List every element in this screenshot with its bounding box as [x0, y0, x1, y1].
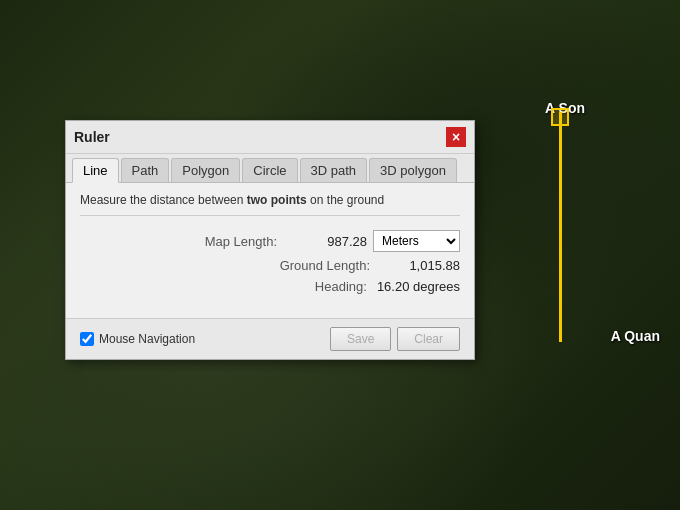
tab-bar: Line Path Polygon Circle 3D path 3D poly… [66, 154, 474, 183]
ruler-dialog: Ruler × Line Path Polygon Circle 3D path… [65, 120, 475, 360]
measurement-line [559, 112, 562, 342]
close-button[interactable]: × [446, 127, 466, 147]
heading-value: 16.20 degrees [377, 279, 460, 294]
description-text: Measure the distance between two points … [80, 193, 460, 216]
map-length-label: Map Length: [167, 234, 277, 249]
map-label-a-quan: A Quan [611, 328, 660, 344]
dialog-content: Measure the distance between two points … [66, 183, 474, 318]
heading-row: Heading: 16.20 degrees [80, 279, 460, 294]
tab-3d-polygon[interactable]: 3D polygon [369, 158, 457, 182]
dialog-titlebar: Ruler × [66, 121, 474, 154]
ground-length-value: 1,015.88 [380, 258, 460, 273]
tab-polygon[interactable]: Polygon [171, 158, 240, 182]
measurement-marker [551, 108, 569, 126]
tab-path[interactable]: Path [121, 158, 170, 182]
description-bold: two points [247, 193, 307, 207]
save-button[interactable]: Save [330, 327, 391, 351]
dialog-title: Ruler [74, 129, 110, 145]
ground-length-label: Ground Length: [260, 258, 370, 273]
map-length-value: 987.28 [287, 234, 367, 249]
heading-label: Heading: [257, 279, 367, 294]
footer-buttons: Save Clear [330, 327, 460, 351]
tab-3d-path[interactable]: 3D path [300, 158, 368, 182]
tab-circle[interactable]: Circle [242, 158, 297, 182]
tab-line[interactable]: Line [72, 158, 119, 183]
clear-button[interactable]: Clear [397, 327, 460, 351]
mouse-navigation-label: Mouse Navigation [99, 332, 195, 346]
mouse-navigation-container: Mouse Navigation [80, 332, 195, 346]
dialog-footer: Mouse Navigation Save Clear [66, 318, 474, 359]
unit-select[interactable]: Meters Kilometers Miles Feet [373, 230, 460, 252]
map-length-row: Map Length: 987.28 Meters Kilometers Mil… [80, 230, 460, 252]
mouse-navigation-checkbox[interactable] [80, 332, 94, 346]
measurement-fields: Map Length: 987.28 Meters Kilometers Mil… [80, 230, 460, 294]
ground-length-row: Ground Length: 1,015.88 [80, 258, 460, 273]
